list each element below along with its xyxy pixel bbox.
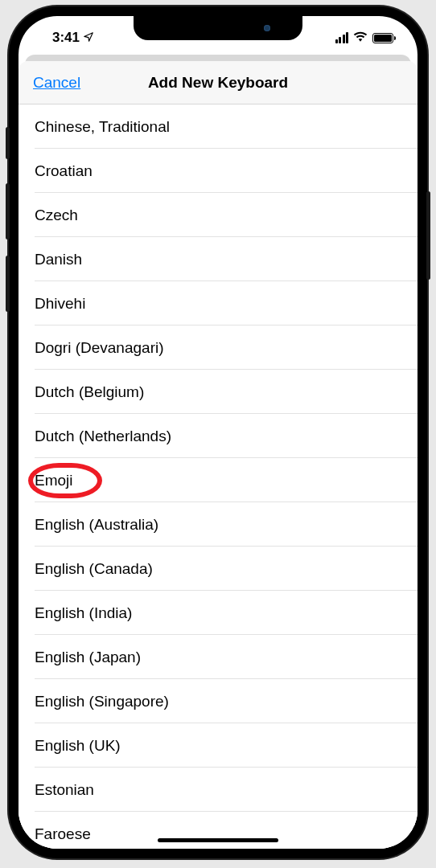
mute-switch [6, 127, 10, 159]
home-indicator[interactable] [158, 838, 278, 842]
list-item[interactable]: English (India) [19, 591, 417, 635]
list-item[interactable]: Croatian [19, 149, 417, 193]
list-item[interactable]: Danish [19, 237, 417, 281]
list-item[interactable]: Dhivehi [19, 281, 417, 326]
location-icon [83, 31, 94, 45]
camera-dot [264, 25, 270, 31]
list-item-label: Chinese, Traditional [35, 118, 170, 136]
list-item[interactable]: Dutch (Netherlands) [19, 414, 417, 458]
modal-sheet: Cancel Add New Keyboard Chinese, Traditi… [19, 61, 417, 849]
list-item-label: English (Australia) [35, 516, 158, 534]
list-item[interactable]: English (Japan) [19, 635, 417, 679]
power-button [426, 191, 430, 280]
wifi-icon [353, 31, 368, 45]
list-item[interactable]: English (Singapore) [19, 679, 417, 723]
list-item-label: English (UK) [35, 737, 121, 755]
list-item[interactable]: Dogri (Devanagari) [19, 326, 417, 370]
list-item-label: Dhivehi [35, 295, 85, 313]
list-item-label: Emoji [35, 472, 73, 489]
list-item-label: Dutch (Netherlands) [35, 428, 171, 445]
list-item-label: Faroese [35, 825, 91, 843]
list-item-label: Dogri (Devanagari) [35, 339, 164, 357]
phone-frame: 3:41 Cancel Add New Keyb [9, 6, 427, 858]
status-time: 3:41 [52, 30, 80, 46]
list-item-label: Croatian [35, 162, 93, 180]
list-item-label: Dutch (Belgium) [35, 383, 144, 401]
list-item-label: Danish [35, 251, 82, 268]
list-item[interactable]: Faroese [19, 812, 417, 849]
cellular-icon [335, 32, 349, 43]
list-item-label: English (India) [35, 604, 132, 622]
list-item[interactable]: Dutch (Belgium) [19, 370, 417, 414]
battery-icon [372, 33, 393, 43]
list-item-label: English (Singapore) [35, 693, 169, 710]
cancel-button[interactable]: Cancel [33, 74, 80, 92]
list-item[interactable]: English (UK) [19, 723, 417, 768]
keyboard-list[interactable]: Chinese, TraditionalCroatianCzechDanishD… [19, 104, 417, 849]
list-item[interactable]: English (Canada) [19, 547, 417, 591]
screen: 3:41 Cancel Add New Keyb [19, 16, 417, 849]
list-item-label: Czech [35, 207, 78, 224]
notch [134, 16, 302, 40]
list-item-label: English (Japan) [35, 649, 141, 666]
volume-down-button [6, 256, 10, 312]
list-item-label: Estonian [35, 781, 94, 799]
list-item[interactable]: Emoji [19, 458, 417, 502]
status-left: 3:41 [38, 30, 94, 46]
list-item[interactable]: Chinese, Traditional [19, 104, 417, 149]
status-right [335, 31, 399, 45]
nav-bar: Cancel Add New Keyboard [19, 61, 417, 104]
list-item[interactable]: Czech [19, 193, 417, 237]
volume-up-button [6, 183, 10, 240]
list-item[interactable]: English (Australia) [19, 502, 417, 547]
list-item[interactable]: Estonian [19, 768, 417, 812]
list-item-label: English (Canada) [35, 560, 153, 578]
